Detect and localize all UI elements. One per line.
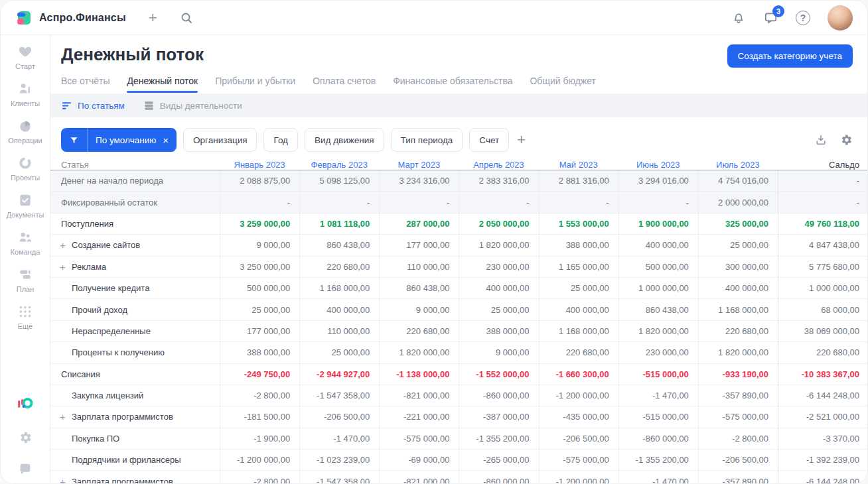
- table-settings-gear-icon[interactable]: [839, 133, 853, 147]
- funnel-icon: [61, 128, 88, 152]
- row-label: Прочий доход: [50, 299, 220, 320]
- expand-icon[interactable]: +: [60, 476, 72, 484]
- table-row[interactable]: +Создание сайтов9 000,00860 438,00177 00…: [50, 235, 867, 256]
- table-row[interactable]: +Зарплата программистов-181 500,00-206 5…: [50, 406, 867, 428]
- saldo-value: -6 144 248,00: [778, 385, 859, 406]
- add-filter-icon[interactable]: +: [517, 131, 526, 149]
- clients-icon: [18, 82, 33, 96]
- month-value: 1 820 000,00: [459, 235, 538, 255]
- add-button[interactable]: +: [149, 11, 157, 25]
- month-value: 1 081 118,00: [299, 213, 379, 234]
- sidebar-item-more[interactable]: Ещё: [18, 304, 33, 330]
- tab-obligations[interactable]: Финансовые обязательства: [393, 76, 512, 86]
- saldo-value: -10 383 367,00: [778, 364, 859, 385]
- month-value: 287 000,00: [379, 213, 459, 234]
- expand-icon[interactable]: +: [60, 261, 72, 272]
- tab-all-reports[interactable]: Все отчёты: [61, 76, 109, 86]
- heart-icon: [18, 44, 33, 59]
- filter-default-chip[interactable]: По умолчанию ×: [61, 128, 177, 152]
- column-header-month[interactable]: Февраль 2023: [299, 160, 379, 170]
- sidebar-item-operations[interactable]: Операции: [8, 119, 42, 145]
- app-window: Аспро.Финансы + 3 ?: [0, 0, 868, 484]
- sidebar-item-plan[interactable]: План: [17, 267, 35, 293]
- table-row[interactable]: Получение кредита500 000,001 168 000,008…: [50, 278, 867, 299]
- saldo-value: -: [778, 170, 859, 191]
- filter-chip-year[interactable]: Год: [263, 128, 298, 152]
- month-value: 388 000,00: [539, 235, 618, 255]
- table-row[interactable]: Денег на начало периода2 088 875,005 098…: [50, 170, 867, 192]
- column-header-month[interactable]: Апрель 2023: [459, 160, 538, 170]
- table-row[interactable]: Списания-249 750,00-2 944 927,00-1 138 0…: [50, 364, 867, 385]
- create-category-button[interactable]: Создать категорию учета: [727, 44, 853, 68]
- expand-icon[interactable]: +: [60, 411, 72, 422]
- month-value: -69 000,00: [379, 450, 459, 470]
- filter-chip-account[interactable]: Счет: [469, 128, 509, 152]
- notifications-bell-icon[interactable]: [731, 11, 746, 25]
- row-label: Нераспределенные: [50, 321, 220, 341]
- subtab-by-items[interactable]: По статьям: [61, 100, 125, 111]
- saldo-value: 220 680,00: [778, 342, 859, 363]
- tab-budget[interactable]: Общий бюджет: [530, 76, 595, 86]
- download-icon[interactable]: [814, 133, 828, 147]
- table-row[interactable]: Проценты к получению388 000,0025 000,001…: [50, 342, 867, 363]
- month-value: -575 000,00: [539, 450, 618, 470]
- tab-profit-loss[interactable]: Прибыли и убытки: [215, 76, 295, 86]
- column-header-item[interactable]: Статья: [50, 160, 220, 170]
- expand-icon[interactable]: +: [60, 239, 72, 251]
- filter-chip-organization[interactable]: Организация: [183, 128, 257, 152]
- sidebar-item-clients[interactable]: Клиенты: [11, 82, 40, 107]
- row-label: Проценты к получению: [50, 342, 220, 363]
- table-row[interactable]: Подрядчики и фрилансеры-1 200 000,00-1 0…: [50, 450, 867, 471]
- filter-chip-period-type[interactable]: Тип периода: [391, 128, 463, 152]
- column-header-month[interactable]: Январь 2023: [220, 160, 299, 170]
- month-value: -265 000,00: [459, 450, 538, 470]
- month-value: -1 470,00: [618, 385, 698, 406]
- column-header-saldo: Сальдо: [778, 160, 859, 170]
- month-value: -860 000,00: [459, 385, 538, 406]
- help-icon[interactable]: ?: [796, 11, 810, 25]
- month-value: 25 000,00: [539, 278, 618, 298]
- aspro-cloud-icon[interactable]: [16, 396, 35, 413]
- month-value: -1 552 000,00: [459, 364, 538, 385]
- month-value: 220 680,00: [299, 257, 379, 277]
- search-icon[interactable]: [180, 11, 193, 25]
- table-row[interactable]: Фиксированный остаток------2 000 000,00-: [50, 192, 867, 213]
- sidebar-item-team[interactable]: Команда: [11, 230, 40, 256]
- table-row[interactable]: Нераспределенные177 000,00110 000,00220 …: [50, 321, 867, 342]
- page-title: Денежный поток: [61, 44, 204, 65]
- table-row[interactable]: Закупка лицензий-2 800,00-1 547 358,00-8…: [50, 385, 867, 406]
- column-header-month[interactable]: Июль 2023: [698, 160, 778, 170]
- table-row[interactable]: Прочий доход25 000,00400 000,009 000,002…: [50, 299, 867, 320]
- tab-cash-flow[interactable]: Денежный поток: [127, 76, 198, 86]
- column-header-month[interactable]: Май 2023: [539, 160, 618, 170]
- month-value: -1 547 358,00: [299, 471, 379, 484]
- avatar[interactable]: [828, 5, 853, 30]
- sidebar-item-documents[interactable]: Документы: [7, 193, 44, 219]
- column-header-month[interactable]: Июнь 2023: [618, 160, 698, 170]
- tab-invoices[interactable]: Оплата счетов: [313, 76, 376, 86]
- saldo-value: 5 775 680,00: [778, 257, 859, 277]
- month-value: 2 000 000,00: [698, 192, 778, 212]
- saldo-value: 4 847 438,00: [778, 235, 859, 255]
- month-value: -1 200 000,00: [539, 471, 618, 484]
- month-value: 1 820 000,00: [379, 342, 459, 363]
- table-row[interactable]: +Реклама3 250 000,00220 680,00110 000,00…: [50, 257, 867, 278]
- messages-icon[interactable]: 3: [763, 10, 778, 25]
- column-header-month[interactable]: Март 2023: [379, 160, 459, 170]
- sidebar-item-start[interactable]: Старт: [15, 44, 35, 70]
- table-row[interactable]: +Зарплата программистов-2 800,00-1 547 3…: [50, 471, 867, 484]
- filter-chip-movement-type[interactable]: Вид движения: [305, 128, 384, 152]
- month-value: 4 754 016,00: [698, 170, 778, 191]
- subtab-activity-types[interactable]: Виды деятельности: [143, 100, 242, 111]
- clear-filter-icon[interactable]: ×: [163, 135, 177, 146]
- month-value: -515 000,00: [618, 406, 698, 427]
- settings-gear-icon[interactable]: [18, 430, 33, 445]
- table-row[interactable]: Поступления3 259 000,001 081 118,00287 0…: [50, 213, 867, 235]
- table-row[interactable]: Покупка ПО-1 900,00-1 470,00-575 000,00-…: [50, 428, 867, 450]
- month-value: -: [379, 192, 459, 212]
- month-value: -1 470,00: [618, 471, 698, 484]
- support-chat-icon[interactable]: [18, 462, 33, 477]
- saldo-value: -6 144 248,00: [778, 471, 859, 484]
- brand[interactable]: Аспро.Финансы: [15, 9, 126, 27]
- sidebar-item-projects[interactable]: Проекты: [11, 156, 40, 182]
